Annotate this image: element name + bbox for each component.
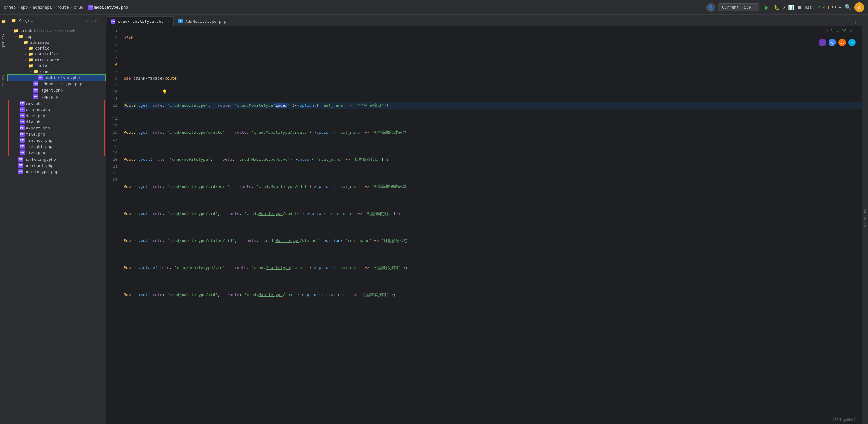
arrow-icon: ▸ bbox=[23, 46, 28, 50]
tree-item-marketing[interactable]: PHP marketing.php bbox=[7, 156, 105, 162]
folder-icon: 📁 bbox=[28, 52, 34, 56]
stop-icon[interactable]: ⏹ bbox=[797, 4, 802, 10]
folder-icon: 📁 bbox=[23, 40, 29, 44]
code-line-13 bbox=[124, 197, 862, 203]
user-dropdown[interactable]: 👤 bbox=[707, 3, 715, 12]
tree-item-crmeb[interactable]: ▾ 📁 crmeb D:\laragon\www\crmeb bbox=[7, 28, 105, 34]
code-line-6: Route::get( rule: 'crud/mobiletype', rou… bbox=[124, 102, 862, 109]
tree-item-cms[interactable]: PHP cms.php bbox=[9, 100, 104, 106]
tree-item-mobiletype-selected[interactable]: PHP mobiletype.php bbox=[7, 74, 105, 81]
tree-item-merchant[interactable]: PHP merchant.php bbox=[7, 162, 105, 168]
breadcrumb-route[interactable]: route bbox=[57, 5, 69, 9]
tree-item-finance[interactable]: PHP finance.php bbox=[9, 137, 104, 143]
tree-minimize-icon[interactable]: — bbox=[99, 18, 102, 23]
arrow-icon: ▸ bbox=[23, 58, 28, 62]
tab-close-button[interactable]: ✕ bbox=[230, 19, 232, 23]
profile-icon[interactable]: 📊 bbox=[788, 4, 794, 10]
breadcrumb-app[interactable]: app bbox=[21, 5, 28, 9]
tree-item-crud[interactable]: ▾ 📁 crud bbox=[7, 69, 105, 74]
tab-bar-end: ⋮ bbox=[853, 20, 861, 26]
breadcrumb-crud[interactable]: crud bbox=[74, 5, 83, 9]
line-num: 6 bbox=[106, 62, 118, 68]
tree-label: app bbox=[25, 34, 32, 39]
breadcrumb-adminapi[interactable]: adminapi bbox=[33, 5, 52, 9]
plugin-icon-1[interactable]: P bbox=[819, 39, 826, 46]
project-label: Project bbox=[19, 18, 35, 23]
plugin-icon-4[interactable]: ⚡ bbox=[848, 39, 856, 46]
arrow-icon: ▾ bbox=[28, 70, 33, 73]
sidebar-label-commit[interactable]: Commit bbox=[1, 72, 6, 90]
git-history-icon[interactable]: ⏱ bbox=[832, 4, 837, 10]
code-line-4: use think\facade\Route; bbox=[124, 75, 862, 82]
tab-bar: PHP crud\mobiletype.php ✕ C AddMobiletyp… bbox=[106, 15, 862, 27]
tree-item-diy[interactable]: PHP diy.php bbox=[9, 119, 104, 125]
tree-collapse-icon[interactable]: ≡ bbox=[90, 18, 93, 23]
git-push-icon[interactable]: ↑ bbox=[827, 4, 830, 10]
tab-mobiletype[interactable]: PHP crud\mobiletype.php ✕ bbox=[107, 16, 174, 26]
sidebar-label-project[interactable]: Project bbox=[1, 31, 6, 50]
breadcrumb: crmeb › app › adminapi › route › crud › … bbox=[4, 5, 128, 10]
tree-item-demo[interactable]: PHP demo.php bbox=[9, 112, 104, 119]
folder-icon: 📁 bbox=[33, 69, 39, 74]
git-label: Git: bbox=[805, 5, 814, 9]
tree-item-middleware[interactable]: ▸ 📁 middleware bbox=[7, 57, 105, 63]
arrow-icon: ▾ bbox=[19, 41, 23, 44]
tree-item-route[interactable]: ▾ 📁 route bbox=[7, 63, 105, 69]
top-bar: crmeb › app › adminapi › route › crud › … bbox=[0, 0, 868, 15]
code-line-17 bbox=[124, 251, 862, 258]
git-undo-icon[interactable]: ↩ bbox=[838, 4, 841, 10]
git-check2-icon[interactable]: ✓ bbox=[822, 4, 825, 10]
tree-label: crud bbox=[40, 69, 50, 74]
coverage-icon[interactable]: ⚡ bbox=[782, 4, 785, 10]
tree-item-app[interactable]: ▾ 📁 app bbox=[7, 34, 105, 39]
top-bar-right: 👤 Current File ▾ ▶ 🐛 ⚡ 📊 ⏹ Git: ✓ ✓ ↑ ⏱ … bbox=[707, 2, 864, 12]
breadcrumb-file: mobiletype.php bbox=[94, 5, 128, 9]
current-file-button[interactable]: Current File ▾ bbox=[718, 3, 760, 11]
debug-icon[interactable]: 🐛 bbox=[774, 4, 780, 10]
git-check-icon[interactable]: ✓ bbox=[817, 4, 820, 10]
git-icons: ✓ ✓ ↑ ⏱ ↩ bbox=[817, 4, 841, 10]
code-line-21 bbox=[124, 305, 862, 312]
expand-icon[interactable]: ∧ bbox=[850, 28, 852, 33]
tab-addmobiletype[interactable]: C AddMobiletype.php ✕ bbox=[175, 16, 236, 26]
tree-item-live[interactable]: PHP live.php bbox=[9, 150, 104, 156]
tree-item-freight[interactable]: PHP freight.php bbox=[9, 143, 104, 150]
tree-item-mobiletype-bottom[interactable]: PHP mobiletype.php bbox=[7, 168, 105, 175]
code-line-16: Route::put( rule: 'crud/mobiletype/statu… bbox=[124, 237, 862, 244]
file-tree-panel: 📁 Project ⊕ ≡ ⚙ — ▾ 📁 crmeb D:\laragon\w… bbox=[7, 15, 106, 424]
code-line-18: Route::delete( rule: 'crud/mobiletype/:i… bbox=[124, 264, 862, 271]
tree-settings-icon[interactable]: ⚙ bbox=[95, 18, 97, 23]
plugin-icon-2[interactable]: G bbox=[829, 39, 836, 46]
folder-icon: 📁 bbox=[28, 58, 34, 62]
tree-label: merchant.php bbox=[25, 163, 54, 168]
tree-item-addmobiletype[interactable]: PHP addmobiletype.php bbox=[7, 81, 105, 87]
code-lines[interactable]: <?php use think\facade\Route; 💡 Route::g… bbox=[121, 27, 862, 424]
search-icon[interactable]: 🔍 bbox=[845, 4, 851, 10]
tree-item-adminapi[interactable]: ▾ 📁 adminapi bbox=[7, 39, 105, 45]
breadcrumb-crmeb[interactable]: crmeb bbox=[4, 5, 16, 9]
tab-more-icon[interactable]: ⋮ bbox=[853, 20, 858, 26]
tree-item-agent[interactable]: PHP agent.php bbox=[7, 87, 105, 94]
plugin-icon-3[interactable]: 🦊 bbox=[838, 39, 846, 46]
tree-item-common[interactable]: PHP common.php bbox=[9, 106, 104, 112]
tree-item-config[interactable]: ▸ 📁 config bbox=[7, 45, 105, 51]
run-button[interactable]: ▶ bbox=[762, 3, 771, 12]
code-line-5: 💡 bbox=[124, 89, 862, 95]
php-file-icon: PHP bbox=[20, 101, 25, 106]
tree-item-app-php[interactable]: PHP app.php bbox=[7, 94, 105, 100]
php-file-icon: PHP bbox=[19, 157, 23, 162]
tree-scope-icon[interactable]: ⊕ bbox=[86, 18, 88, 23]
tree-item-controller[interactable]: ▸ 📁 controller bbox=[7, 51, 105, 57]
tree-item-export[interactable]: PHP export.php bbox=[9, 125, 104, 131]
avatar[interactable]: A bbox=[855, 2, 864, 12]
tree-label: cms.php bbox=[26, 101, 43, 106]
warning-badge: ⚠ 1 bbox=[826, 28, 833, 33]
tab-close-button[interactable]: ✕ bbox=[167, 20, 169, 24]
php-file-icon: PHP bbox=[20, 113, 25, 118]
tree-item-file[interactable]: PHP file.php bbox=[9, 131, 104, 137]
line-num: 7 bbox=[106, 68, 118, 75]
tree-label: diy.php bbox=[26, 120, 43, 124]
line-num: 12 bbox=[106, 102, 118, 109]
tree-label: live.php bbox=[26, 150, 45, 155]
editor-content[interactable]: ⚠ 1 ✓ 16 ∧ P G 🦊 ⚡ 1 2 3 4 5 6 7 bbox=[106, 27, 862, 424]
